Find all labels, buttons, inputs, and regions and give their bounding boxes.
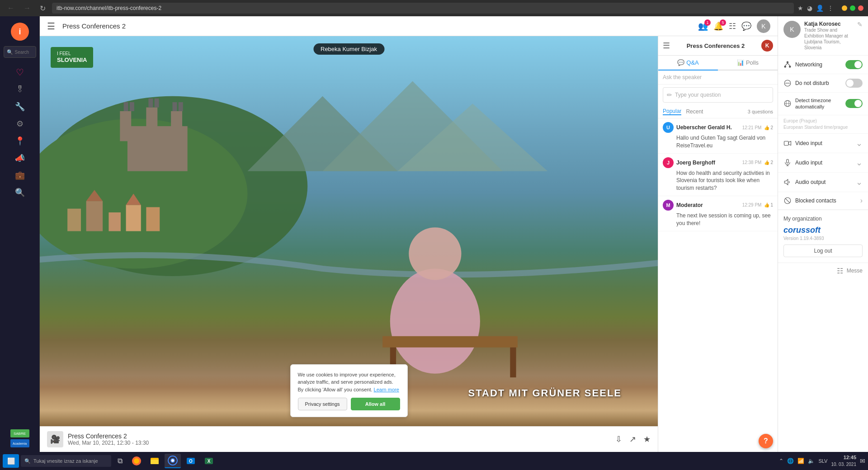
- maximize-button[interactable]: [850, 5, 855, 11]
- profile-icon[interactable]: 👤: [816, 5, 824, 12]
- help-button[interactable]: ?: [759, 434, 773, 448]
- msg-like[interactable]: 👍 2: [764, 160, 773, 165]
- like-icon: 👍: [764, 125, 769, 130]
- sidebar-badge-icon[interactable]: 🎖: [16, 81, 24, 98]
- right-settings-sidebar: K Katja Korosec Trade Show and Exhibitio…: [778, 16, 868, 452]
- video-input-expand-icon[interactable]: ⌄: [856, 138, 863, 148]
- svg-marker-41: [788, 141, 791, 145]
- edit-profile-icon[interactable]: ✎: [857, 21, 863, 28]
- video-bookmark-icon[interactable]: ★: [643, 434, 651, 444]
- bell-icon[interactable]: 🔔 5: [713, 21, 723, 31]
- sidebar-briefcase-icon[interactable]: 💼: [15, 167, 25, 184]
- audio-input-expand-icon[interactable]: ⌄: [856, 158, 863, 168]
- taskbar-app-excel[interactable]: X: [201, 454, 217, 468]
- networking-icon: [783, 61, 792, 69]
- feel-text: I FEEL: [57, 51, 87, 56]
- timezone-label: Detect timezoneautomatically: [795, 97, 842, 110]
- msg-like[interactable]: 👍 2: [764, 125, 773, 130]
- tab-polls[interactable]: 📊 Polls: [718, 56, 778, 70]
- svg-rect-8: [171, 111, 182, 141]
- taskbar-app-outlook[interactable]: O: [183, 454, 199, 468]
- hamburger-menu-icon[interactable]: ☰: [47, 21, 55, 32]
- msg-name: Moderator: [676, 202, 703, 208]
- user-avatar-top[interactable]: K: [757, 19, 770, 33]
- taskbar-app-firefox[interactable]: [128, 454, 145, 468]
- svg-rect-6: [120, 111, 131, 141]
- tray-volume-icon: 🔈: [808, 458, 815, 464]
- feel-slovenia-logo: I FEEL SLOVENIA: [51, 47, 93, 68]
- video-container: I FEEL SLOVENIA Rebeka Kumer Bizjak STAD…: [40, 36, 658, 426]
- sidebar-search[interactable]: 🔍: [4, 46, 36, 58]
- taskbar-app-chrome[interactable]: [165, 454, 181, 468]
- svg-line-33: [785, 63, 788, 66]
- sidebar-search2-icon[interactable]: 🔍: [15, 184, 25, 201]
- tray-show-hidden-icon[interactable]: ⌃: [779, 458, 783, 464]
- bookmark-icon[interactable]: ★: [797, 5, 803, 12]
- msg-like[interactable]: 👍 1: [764, 202, 773, 207]
- slovenia-text: SLOVENIA: [57, 56, 87, 64]
- allow-all-button[interactable]: Allow all: [351, 398, 400, 410]
- extension-icon[interactable]: ◕: [807, 5, 812, 12]
- message-item: J Joerg Berghoff 12:38 PM 👍 2 How do hea…: [658, 154, 778, 196]
- chat-tabs: 💬 Q&A 📊 Polls: [658, 56, 778, 70]
- start-button[interactable]: ⬜: [3, 454, 19, 468]
- sidebar-location-icon[interactable]: 📍: [15, 132, 25, 150]
- sidebar-grid-icon[interactable]: ☷: [837, 267, 843, 275]
- privacy-settings-button[interactable]: Privacy settings: [298, 398, 347, 410]
- settings-audio-output: Audio output ⌄: [778, 173, 868, 192]
- filter-recent[interactable]: Recent: [686, 108, 703, 115]
- menu-icon[interactable]: ⋮: [827, 5, 834, 12]
- chat-channel-title: Press Conferences 2: [673, 42, 759, 49]
- dnd-toggle[interactable]: [845, 79, 863, 88]
- video-download-icon[interactable]: ⇩: [615, 434, 622, 444]
- tray-kb-icon[interactable]: 🌐: [787, 458, 794, 464]
- chat-user-initial: K: [761, 40, 773, 52]
- learn-more-link[interactable]: Learn more: [374, 387, 399, 392]
- users-icon[interactable]: 👥 1: [698, 21, 708, 31]
- user-display-name: Katja Korosec: [804, 21, 854, 27]
- timezone-icon: [783, 99, 792, 108]
- filter-popular[interactable]: Popular: [663, 108, 681, 115]
- url-bar[interactable]: itb-now.com/channel/itb-press-confereces…: [52, 3, 794, 14]
- chat-top-icon[interactable]: 💬: [741, 21, 751, 31]
- blocked-contacts-item[interactable]: Blocked contacts ›: [778, 192, 868, 210]
- msg-name: Ueberscher Gerald H.: [676, 124, 732, 131]
- grid-top-icon[interactable]: ☷: [729, 21, 736, 31]
- svg-rect-14: [179, 102, 183, 111]
- sidebar-wrench-icon[interactable]: 🔧: [15, 98, 25, 115]
- question-input-area[interactable]: ✏ Type your question: [663, 87, 773, 103]
- search-input[interactable]: [15, 50, 31, 55]
- taskbar-search[interactable]: 🔍 Tukaj vnesite izraz za iskanje: [21, 455, 111, 467]
- audio-output-label: Audio output: [795, 179, 852, 185]
- svg-rect-13: [172, 102, 177, 111]
- sidebar-megaphone-icon[interactable]: 📣: [15, 150, 25, 167]
- forward-button[interactable]: →: [21, 3, 33, 13]
- msg-text: How do health and security activities in…: [663, 169, 773, 192]
- task-view-button[interactable]: ⧉: [113, 454, 127, 468]
- settings-video-input: Video input ⌄: [778, 134, 868, 153]
- chat-panel: ☰ Press Conferences 2 K 💬 Q&A 📊 Polls: [658, 36, 778, 452]
- taskbar-app-files[interactable]: [146, 454, 163, 468]
- tab-qa[interactable]: 💬 Q&A: [658, 56, 718, 70]
- user-avatar: K: [783, 21, 801, 38]
- video-info-bar: 🎥 Press Conferences 2 Wed, Mar 10, 2021,…: [40, 426, 658, 452]
- blocked-icon: [783, 197, 792, 205]
- sidebar-heart-icon[interactable]: ♡: [16, 63, 24, 81]
- timezone-toggle[interactable]: [845, 99, 863, 108]
- minimize-button[interactable]: [842, 5, 847, 11]
- chat-hamburger-icon[interactable]: ☰: [663, 41, 670, 51]
- networking-label: Networking: [795, 61, 842, 68]
- video-share-icon[interactable]: ↗: [629, 434, 636, 444]
- logout-button[interactable]: Log out: [783, 244, 863, 257]
- tray-language: SLV: [818, 458, 827, 464]
- message-item: U Ueberscher Gerald H. 12:21 PM 👍 2 Hall…: [658, 118, 778, 154]
- url-text: itb-now.com/channel/itb-press-confereces…: [57, 5, 161, 11]
- audio-output-expand-icon[interactable]: ⌄: [856, 177, 863, 187]
- reload-button[interactable]: ↻: [37, 3, 48, 14]
- sidebar-network-icon[interactable]: ⚙: [16, 115, 24, 132]
- tray-notification-icon[interactable]: ✉: [860, 457, 865, 465]
- dnd-icon: [783, 79, 792, 87]
- close-button[interactable]: [858, 5, 863, 11]
- networking-toggle[interactable]: [845, 60, 863, 69]
- back-button[interactable]: ←: [5, 3, 17, 13]
